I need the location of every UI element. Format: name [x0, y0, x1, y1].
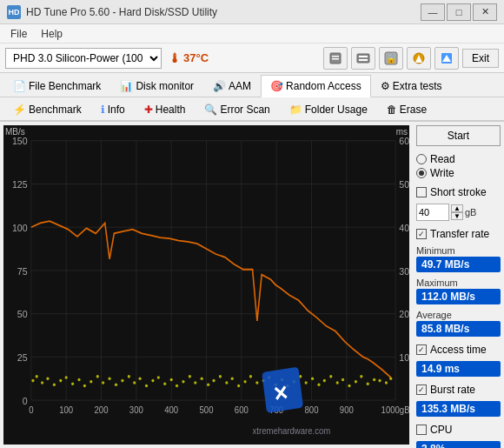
svg-point-87 — [225, 381, 228, 384]
svg-rect-3 — [357, 54, 369, 63]
tab-extra-tests[interactable]: ⚙ Extra tests — [371, 75, 452, 97]
svg-point-55 — [31, 379, 34, 383]
tab-disk-monitor[interactable]: 📊 Disk monitor — [110, 75, 203, 97]
tab-file-benchmark[interactable]: 📄 File Benchmark — [3, 75, 110, 97]
svg-point-83 — [201, 377, 203, 380]
svg-text:60: 60 — [399, 136, 409, 147]
access-time-value: 14.9 ms — [416, 361, 501, 377]
minimum-label: Minimum — [416, 245, 501, 256]
tab-file-benchmark-label: File Benchmark — [29, 80, 101, 92]
svg-point-74 — [145, 384, 148, 388]
burst-rate-row: Burst rate — [416, 384, 501, 396]
access-time-checkbox[interactable] — [416, 344, 427, 355]
svg-point-75 — [151, 379, 154, 383]
health-icon: ✚ — [144, 104, 153, 116]
toolbar-icon-5[interactable] — [434, 47, 459, 70]
thermometer-icon: 🌡 — [169, 51, 181, 65]
svg-point-110 — [367, 382, 369, 385]
svg-point-84 — [207, 384, 209, 387]
burst-rate-label: Burst rate — [430, 384, 475, 396]
menu-file[interactable]: File — [3, 26, 34, 42]
cpu-row: CPU — [416, 424, 501, 436]
main-content: MB/s ms — [0, 122, 504, 448]
svg-point-89 — [237, 384, 240, 388]
svg-text:50: 50 — [17, 309, 28, 320]
svg-point-91 — [249, 375, 252, 378]
stroke-input[interactable] — [416, 204, 449, 221]
write-radio[interactable] — [416, 168, 427, 178]
short-stroke-checkbox[interactable] — [416, 187, 427, 197]
burst-rate-block: 135.3 MB/s — [416, 401, 501, 417]
tabs-row-1: 📄 File Benchmark 📊 Disk monitor 🔊 AAM 🎯 … — [0, 73, 504, 97]
extra-tests-icon: ⚙ — [381, 80, 390, 92]
svg-point-78 — [170, 378, 173, 382]
svg-point-112 — [378, 379, 381, 383]
close-button[interactable]: ✕ — [473, 3, 497, 21]
temperature-value: 37°C — [183, 51, 209, 64]
minimize-button[interactable]: — — [421, 3, 445, 21]
svg-point-85 — [212, 379, 215, 383]
toolbar-icon-4[interactable] — [407, 47, 431, 70]
tab-folder-usage[interactable]: 📁 Folder Usage — [280, 98, 377, 121]
tab-random-access[interactable]: 🎯 Random Access — [261, 75, 371, 97]
toolbar-icon-1[interactable] — [323, 47, 348, 70]
svg-point-105 — [336, 381, 339, 384]
chart-unit-left: MB/s — [5, 127, 25, 137]
tab-error-scan[interactable]: 🔍 Error Scan — [195, 98, 279, 121]
svg-text:30: 30 — [399, 265, 409, 277]
tab-random-access-label: Random Access — [286, 80, 361, 92]
access-time-block: 14.9 ms — [416, 361, 501, 377]
maximize-button[interactable]: □ — [447, 3, 471, 21]
toolbar-icon-2[interactable] — [351, 47, 375, 70]
read-radio[interactable] — [416, 154, 427, 164]
exit-button[interactable]: Exit — [462, 49, 499, 68]
svg-point-101 — [311, 377, 314, 380]
tab-erase[interactable]: 🗑 Erase — [377, 98, 436, 121]
read-radio-item[interactable]: Read — [416, 153, 501, 165]
write-label: Write — [430, 167, 454, 179]
svg-point-67 — [102, 381, 104, 384]
svg-point-70 — [121, 379, 123, 383]
tab-benchmark[interactable]: ⚡ Benchmark — [3, 98, 91, 121]
start-button[interactable]: Start — [416, 125, 501, 146]
tab-aam[interactable]: 🔊 AAM — [203, 75, 261, 97]
maximum-label: Maximum — [416, 277, 501, 288]
svg-point-72 — [133, 381, 136, 384]
stroke-increment[interactable]: ▲ — [451, 204, 463, 212]
stroke-decrement[interactable]: ▼ — [451, 212, 463, 220]
write-radio-item[interactable]: Write — [416, 167, 501, 179]
menu-help[interactable]: Help — [34, 26, 70, 42]
radio-group: Read Write — [416, 153, 501, 179]
svg-rect-2 — [332, 58, 339, 60]
window-controls: — □ ✕ — [421, 3, 497, 21]
short-stroke-row: Short stroke — [416, 186, 501, 198]
minimum-block: Minimum 49.7 MB/s — [416, 245, 501, 272]
svg-point-114 — [389, 377, 392, 380]
transfer-rate-label: Transfer rate — [430, 228, 489, 240]
toolbar-icon-3[interactable]: 🔒 — [379, 47, 403, 70]
disk-selector[interactable]: PHD 3.0 Silicon-Power (1000 gB) — [5, 48, 162, 69]
folder-usage-icon: 📁 — [289, 104, 302, 116]
cpu-checkbox[interactable] — [416, 425, 427, 435]
cpu-label: CPU — [430, 424, 452, 436]
svg-point-113 — [385, 381, 388, 384]
minimum-value: 49.7 MB/s — [416, 257, 501, 272]
info-icon: ℹ — [101, 104, 105, 116]
svg-point-73 — [138, 377, 141, 380]
right-panel: Start Read Write Short stroke ▲ ▼ gB — [413, 122, 504, 448]
svg-text:50: 50 — [399, 179, 409, 191]
burst-rate-checkbox[interactable] — [416, 384, 427, 395]
average-label: Average — [416, 310, 501, 320]
stroke-input-row: ▲ ▼ gB — [416, 204, 501, 221]
svg-text:100: 100 — [12, 222, 28, 233]
tab-health[interactable]: ✚ Health — [135, 98, 196, 121]
cpu-value: 3.8% — [416, 441, 501, 448]
svg-point-86 — [219, 375, 222, 378]
svg-point-81 — [189, 375, 191, 378]
svg-point-90 — [243, 380, 246, 384]
svg-point-66 — [96, 375, 99, 378]
access-time-label: Access time — [430, 344, 487, 356]
tab-folder-usage-label: Folder Usage — [305, 104, 368, 116]
transfer-rate-checkbox[interactable] — [416, 229, 427, 239]
tab-info[interactable]: ℹ Info — [91, 98, 135, 121]
